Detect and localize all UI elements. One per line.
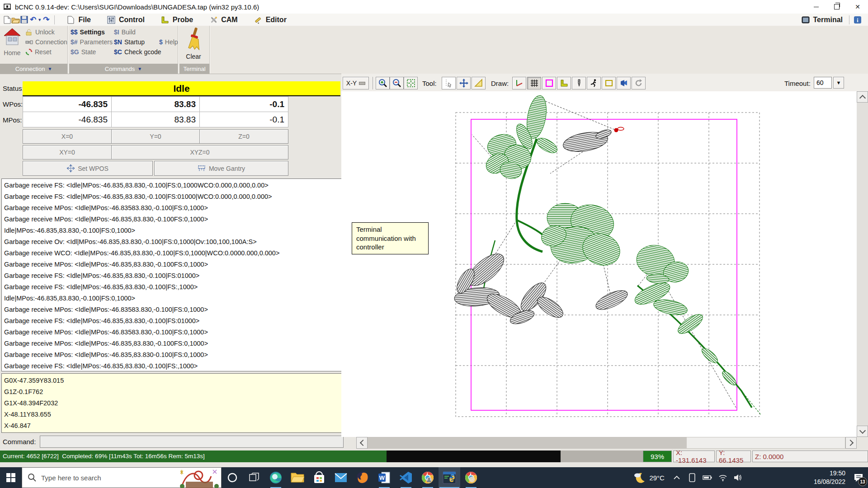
connection-button[interactable]: Connection [25,38,67,46]
close-button[interactable]: ✕ [847,0,868,14]
tab-editor[interactable]: Editor [254,15,287,24]
taskbar-edge[interactable] [265,467,287,488]
canvas-scroll-right[interactable] [845,437,857,449]
tab-file[interactable]: File [66,15,91,24]
unlock-button[interactable]: Unlock [25,28,55,36]
tray-wifi[interactable] [715,467,731,488]
redo-icon[interactable]: ↷ [43,15,49,24]
taskbar-vscode[interactable] [395,467,417,488]
toolpath-drawing [341,91,860,437]
weather-moon-icon [633,471,646,484]
state-button[interactable]: $GState [71,48,96,56]
chevron-up-icon [674,475,680,480]
zero-x-button[interactable]: X=0 [23,129,112,144]
move-gantry-button[interactable]: Move Gantry [154,161,288,176]
toolpath-canvas[interactable] [341,91,860,437]
home-icon[interactable] [4,28,21,47]
gcode-editor[interactable]: G0X-47.359Y83.015 G1Z-0.1F762 G1X-48.394… [1,373,343,433]
view-select-button[interactable]: X-Y [343,77,369,89]
set-wpos-button[interactable]: Set WPOS [23,161,153,176]
tab-probe[interactable]: Probe [161,15,193,24]
connection-group-strip[interactable]: Connection▼ [0,64,67,74]
task-view-button[interactable] [243,467,265,488]
start-button[interactable] [0,467,22,488]
weather-widget[interactable]: 29°C [633,471,665,484]
taskbar-mail[interactable] [330,467,352,488]
taskbar-explorer[interactable] [287,467,308,488]
tray-volume[interactable] [731,467,746,488]
draw-rapid-button[interactable] [602,77,616,89]
tab-control[interactable]: Control [107,15,145,24]
draw-axes-button[interactable] [512,77,526,89]
commands-group-strip[interactable]: Commands▼ [69,64,178,74]
check-gcode-button[interactable]: $CCheck gcode [114,48,161,56]
timeout-dropdown[interactable]: ▼ [833,77,844,89]
canvas-scroll-up[interactable] [857,91,868,103]
draw-probe-button[interactable] [557,77,571,89]
home-label[interactable]: Home [3,49,22,56]
canvas-vscrollbar[interactable] [857,103,868,426]
terminal-toggle[interactable]: Terminal [802,15,843,24]
draw-camera-button[interactable] [617,77,631,89]
canvas-scroll-left[interactable] [356,437,368,449]
zoom-out-button[interactable] [390,77,404,89]
taskbar-clock[interactable]: 19:50 16/08/2022 [814,469,845,486]
timeout-input[interactable]: 60 [814,77,832,89]
undo-dropdown-icon[interactable]: ▼ [38,18,42,22]
taskbar-python-app[interactable] [439,467,460,488]
zoom-fit-button[interactable] [404,77,418,89]
cortana-button[interactable] [222,467,243,488]
taskbar-chrome-profile2[interactable] [460,467,482,488]
wpos-x[interactable]: -46.835 [23,96,112,112]
gcode-line: G1Z-0.1F762 [4,386,342,398]
tool-ruler-button[interactable] [472,77,486,89]
taskbar-chrome-profile1[interactable] [417,467,439,488]
notification-center-button[interactable]: 13 [849,467,868,488]
info-icon[interactable]: i [853,15,862,24]
search-highlight-graphic [177,468,220,488]
draw-grid-button[interactable] [527,77,541,89]
tool-select-button[interactable] [442,77,456,89]
zero-xyz-button[interactable]: XYZ=0 [111,145,288,160]
save-icon[interactable] [20,15,28,24]
canvas-scroll-down[interactable] [857,426,868,437]
taskbar-search[interactable]: Type here to search [22,467,222,488]
tray-battery[interactable] [700,467,715,488]
wpos-z[interactable]: -0.1 [199,96,288,112]
canvas-hscroll-thumb[interactable] [368,437,687,448]
canvas-hscrollbar[interactable] [368,437,845,449]
zero-z-button[interactable]: Z=0 [199,129,288,144]
clear-button[interactable] [184,27,203,50]
parameters-button[interactable]: $#Parameters [71,38,113,46]
settings-button[interactable]: $$Settings [71,28,105,36]
clear-label[interactable]: Clear [181,53,206,60]
zero-xy-button[interactable]: XY=0 [23,145,112,160]
draw-margin-button[interactable] [542,77,556,89]
zoom-in-button[interactable] [376,77,390,89]
minimize-button[interactable] [806,0,826,14]
taskbar-firefox[interactable] [352,467,373,488]
zero-y-button[interactable]: Y=0 [111,129,200,144]
build-button[interactable]: $IBuild [114,28,136,36]
open-file-icon[interactable] [11,15,20,24]
tray-expand-button[interactable] [669,467,684,488]
undo-icon[interactable]: ↶ [30,15,36,24]
tray-phone[interactable] [684,467,700,488]
reset-button[interactable]: Reset [25,48,52,56]
command-input[interactable] [40,436,344,448]
draw-refresh-button[interactable] [632,77,646,89]
terminal-log[interactable]: Garbage receive FS: <Idle|MPos:-46.835,8… [1,178,343,371]
draw-paths-button[interactable] [587,77,601,89]
help-button[interactable]: $Help [159,38,178,46]
flower-stems [481,139,752,408]
tab-cam[interactable]: CAM [209,15,237,24]
taskbar-store[interactable] [308,467,330,488]
restore-button[interactable] [826,0,847,14]
wpos-y[interactable]: 83.83 [111,96,200,112]
draw-workarea-button[interactable] [572,77,586,89]
taskbar-word[interactable]: W [373,467,395,488]
new-file-icon[interactable] [3,15,11,24]
search-icon [28,473,37,482]
startup-button[interactable]: $NStartup [114,38,145,46]
tool-move-button[interactable] [457,77,471,89]
